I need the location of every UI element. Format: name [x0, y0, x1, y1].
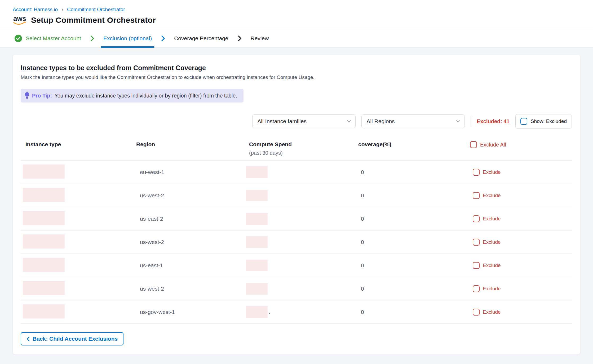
- instance-type-cell: [21, 211, 135, 227]
- coverage-cell: 0: [357, 262, 468, 269]
- redacted-instance-type: [23, 234, 65, 248]
- compute-spend-cell: [246, 260, 357, 271]
- redacted-instance-type: [23, 211, 65, 225]
- redacted-compute-spend: [246, 236, 268, 248]
- exclude-label: Exclude: [483, 286, 501, 292]
- step-label: Select Master Account: [26, 35, 81, 42]
- regions-select[interactable]: All Regions: [361, 114, 465, 128]
- show-excluded-checkbox[interactable]: [520, 118, 527, 125]
- instance-type-cell: [21, 234, 135, 250]
- exclude-checkbox[interactable]: [473, 309, 480, 316]
- exclude-checkbox[interactable]: [473, 285, 480, 292]
- instance-type-cell: [21, 258, 135, 273]
- exclude-label: Exclude: [483, 169, 501, 175]
- exclude-cell: Exclude: [468, 239, 572, 246]
- vertical-divider: [471, 116, 471, 127]
- chevron-down-icon: [456, 120, 460, 123]
- coverage-cell: 0: [357, 169, 468, 175]
- redacted-compute-spend: [246, 306, 268, 318]
- exclude-checkbox[interactable]: [473, 262, 480, 269]
- coverage-cell: 0: [357, 309, 468, 315]
- instance-families-select[interactable]: All Instance families: [252, 114, 356, 128]
- page-title: Setup Commitment Orchestrator: [31, 16, 156, 25]
- chevron-right-icon: [237, 35, 242, 42]
- exclude-label: Exclude: [483, 193, 501, 198]
- region-cell: us-west-2: [135, 239, 246, 245]
- step-exclusion[interactable]: Exclusion (optional): [102, 29, 153, 47]
- redacted-compute-spend: [246, 283, 268, 295]
- exclude-cell: Exclude: [468, 285, 572, 292]
- table-row: us-west-2 0 Exclude: [21, 230, 572, 254]
- coverage-cell: 0: [357, 239, 468, 245]
- step-coverage-percentage[interactable]: Coverage Percentage: [172, 29, 230, 47]
- section-heading: Instance types to be excluded from Commi…: [21, 64, 572, 72]
- exclude-cell: Exclude: [468, 309, 572, 316]
- table-row: us-west-2 0 Exclude: [21, 184, 572, 207]
- exclude-label: Exclude: [483, 263, 501, 268]
- chevron-left-icon: [26, 336, 30, 341]
- table-row: us-east-1 0 Exclude: [21, 254, 572, 277]
- exclude-checkbox[interactable]: [473, 192, 480, 199]
- table-row: us-gov-west-1 . 0 Exclude: [21, 300, 572, 324]
- exclude-checkbox[interactable]: [473, 169, 480, 176]
- region-cell: us-west-2: [135, 192, 246, 199]
- step-select-master-account[interactable]: Select Master Account: [13, 29, 83, 47]
- pro-tip-text: You may exclude instance types individua…: [54, 93, 237, 99]
- check-circle-icon: [14, 34, 22, 42]
- instance-type-cell: [21, 281, 135, 296]
- back-button[interactable]: Back: Child Account Exclusions: [21, 332, 123, 345]
- exclude-checkbox[interactable]: [473, 239, 480, 246]
- regions-value: All Regions: [366, 118, 395, 125]
- pro-tip-banner: Pro Tip: You may exclude instance types …: [21, 89, 244, 103]
- show-excluded-label: Show: Excluded: [531, 118, 567, 124]
- chevron-right-icon: [160, 35, 166, 42]
- title-row: aws Setup Commitment Orchestrator: [13, 15, 580, 29]
- redacted-compute-spend: [246, 190, 268, 201]
- compute-spend-cell: [246, 166, 357, 178]
- instance-type-cell: [21, 188, 135, 203]
- exclude-label: Exclude: [483, 216, 501, 222]
- breadcrumb-page-link[interactable]: Commitment Orchestrator: [67, 7, 125, 12]
- lightbulb-icon: [24, 92, 30, 99]
- coverage-cell: 0: [357, 216, 468, 222]
- exclusion-card: Instance types to be excluded from Commi…: [13, 55, 580, 354]
- section-subheading: Mark the Instance types you would like t…: [21, 74, 572, 80]
- col-compute-spend-subtitle: (past 30 days): [249, 150, 357, 156]
- compute-spend-cell: [246, 283, 357, 295]
- region-cell: us-east-1: [135, 262, 246, 269]
- col-instance-type: Instance type: [21, 141, 135, 148]
- page: Account: Harness.io Commitment Orchestra…: [0, 0, 593, 364]
- col-compute-spend: Compute Spend (past 30 days): [246, 141, 357, 156]
- redacted-compute-spend: [246, 213, 268, 225]
- table-row: eu-west-1 0 Exclude: [21, 161, 572, 184]
- redacted-instance-type: [23, 188, 65, 202]
- table-header: Instance type Region Compute Spend (past…: [21, 140, 572, 161]
- exclude-cell: Exclude: [468, 262, 572, 269]
- step-label: Coverage Percentage: [174, 35, 228, 42]
- coverage-cell: 0: [357, 192, 468, 199]
- exclude-label: Exclude: [483, 309, 501, 315]
- exclusion-table: Instance type Region Compute Spend (past…: [21, 140, 572, 324]
- exclude-cell: Exclude: [468, 192, 572, 199]
- redacted-instance-type: [23, 281, 65, 295]
- exclude-cell: Exclude: [468, 215, 572, 222]
- breadcrumb-account-link[interactable]: Account: Harness.io: [13, 7, 58, 12]
- redacted-compute-spend: [246, 166, 268, 178]
- exclude-all-checkbox[interactable]: [470, 141, 477, 148]
- exclude-checkbox[interactable]: [473, 215, 480, 222]
- compute-spend-cell: .: [246, 306, 357, 318]
- col-coverage: coverage(%): [357, 141, 468, 148]
- compute-spend-cell: [246, 213, 357, 225]
- compute-spend-cell: [246, 236, 357, 248]
- page-header: Account: Harness.io Commitment Orchestra…: [0, 0, 593, 29]
- instance-type-cell: [21, 304, 135, 320]
- redacted-instance-type: [23, 258, 65, 272]
- exclude-label: Exclude: [483, 239, 501, 245]
- col-region: Region: [135, 141, 246, 148]
- redacted-instance-type: [23, 165, 65, 179]
- col-exclude-all: Exclude All: [468, 141, 572, 148]
- coverage-cell: 0: [357, 286, 468, 292]
- region-cell: us-gov-west-1: [135, 309, 246, 315]
- step-review[interactable]: Review: [249, 29, 271, 47]
- show-excluded-toggle[interactable]: Show: Excluded: [515, 114, 572, 128]
